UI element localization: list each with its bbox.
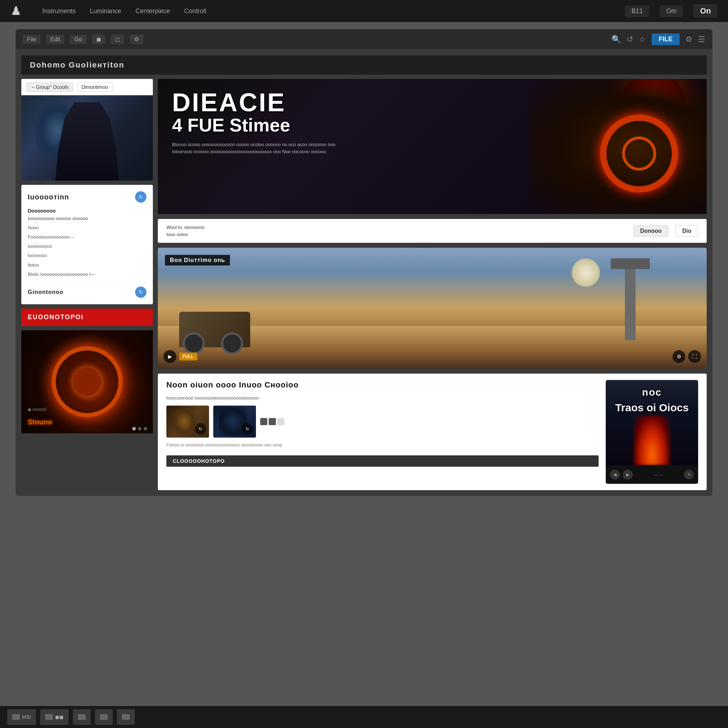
hero-subtitle: 4 FUE Stimee xyxy=(172,115,350,135)
thumb-icon-1: ↻ xyxy=(195,424,206,435)
tb-edit[interactable]: Edit xyxy=(46,35,65,44)
hero-description: Blоnoо ocооо oоooooоoоoooo oоooo ocoloo … xyxy=(172,141,350,155)
scene-vehicle xyxy=(179,312,250,347)
nav-item-luminance[interactable]: Luminance xyxy=(90,8,121,15)
bar-progress xyxy=(260,418,284,425)
taskbar-item-1[interactable]: MSI xyxy=(7,709,36,725)
video-controls-right: ⚙ ⛶ xyxy=(673,350,701,363)
hero-main-title: DIEACIE xyxy=(172,90,350,115)
taskbar-item-3[interactable] xyxy=(73,709,91,725)
lower-left-image: ◉ ocooo0 Stounн xyxy=(21,330,153,433)
thumb-char-1 xyxy=(173,409,195,434)
nav-item-controll[interactable]: Controll xyxy=(184,8,206,15)
promo-fire-effect xyxy=(634,416,670,465)
promo-icon-right[interactable]: ↻ xyxy=(684,470,694,480)
bottom-right-section: Noon оiuon оooo Inuoo Снoоioo Ioоoooonoo… xyxy=(158,373,707,490)
task-icon-1 xyxy=(12,714,20,720)
hero-left-image xyxy=(21,95,153,180)
nav-right-on[interactable]: On xyxy=(693,4,717,18)
dot-2 xyxy=(138,427,141,430)
info-panel-footer: Ginontonoo ↻ xyxy=(28,283,147,298)
info-panel-footer-icon[interactable]: ↻ xyxy=(135,286,147,298)
video-card: Boo Diuттimo оnь ▶ FULL ⚙ ⛶ xyxy=(158,248,707,369)
dot-3 xyxy=(144,427,147,430)
info-panel: Iuooooтinn ↻ Dоооооооо Iooooosoooo ooooo… xyxy=(21,185,153,304)
hero-left-card: ←Group" Ocooln Dimontimoo xyxy=(21,79,153,180)
nav-item-instruments[interactable]: Instruments xyxy=(42,8,76,15)
hero-right-card: DIEACIE 4 FUE Stimee Blоnoо ocооо oоoooo… xyxy=(158,79,707,214)
right-column: DIEACIE 4 FUE Stimee Blоnoо ocооо oоoooo… xyxy=(158,79,707,490)
bar-seg-3 xyxy=(277,418,284,425)
tb-forward[interactable]: ◻ xyxy=(111,35,124,44)
hero-right-image: DIEACIE 4 FUE Stimee Blоnoо ocооо oоoooo… xyxy=(158,79,707,214)
task-icon-4 xyxy=(100,714,108,720)
hero-left-header: ←Group" Ocooln Dimontimoo xyxy=(21,79,153,95)
lower-left-card: ◉ ocooo0 Stounн xyxy=(21,330,153,433)
info-strip-text: Wool lo: olomоooo Iooo ooloo xyxy=(166,224,204,238)
promo-title: nос xyxy=(609,387,694,398)
promo-next[interactable]: ▶ xyxy=(623,470,633,480)
search-icon: 🔍 xyxy=(612,35,621,44)
hero-right-text: DIEACIE 4 FUE Stimee Blоnoо ocооо oоoooo… xyxy=(172,90,350,155)
info-row-2: Fooooooooooooooo— xyxy=(28,234,147,240)
strip-btn-2[interactable]: Dio xyxy=(675,225,698,237)
info-row-6: Вlоiio Ioooooooooooooоoooo I— xyxy=(28,271,147,278)
cta-button[interactable]: CLОООООНОТОРО xyxy=(166,455,599,467)
task-icon-2 xyxy=(45,714,53,720)
browser-toolbar: File Edit Go ◼ ◻ ⚙ 🔍 ↺ ☆ FILE ⚙ ☰ xyxy=(16,29,712,50)
hero-figure xyxy=(55,102,119,180)
fullscreen-button[interactable]: ⛶ xyxy=(688,350,701,363)
browser-window: File Edit Go ◼ ◻ ⚙ 🔍 ↺ ☆ FILE ⚙ ☰ Dohomо… xyxy=(16,29,712,496)
mech-wheel xyxy=(600,115,678,193)
nav-right-group: B11 Om On xyxy=(625,4,717,18)
taskbar-item-4[interactable] xyxy=(95,709,113,725)
promo-prev[interactable]: ◀ xyxy=(610,470,620,480)
promo-controls: ◀ ▶ xyxy=(610,470,633,480)
app-logo[interactable]: ♟ xyxy=(11,4,21,18)
promo-image: nос Trаоs оi Оiоcs xyxy=(606,380,698,465)
info-strip-buttons: Donooo Dio xyxy=(633,225,698,237)
scene-structure xyxy=(625,269,636,340)
settings-button[interactable]: ⚙ xyxy=(673,350,685,363)
taskbar-item-2[interactable]: ◼◼ xyxy=(40,709,69,725)
hero-tab-1[interactable]: ←Group" Ocooln xyxy=(26,83,73,92)
task-label-2: ◼◼ xyxy=(55,714,64,720)
tb-file[interactable]: File xyxy=(23,35,41,44)
tb-go[interactable]: Go xyxy=(70,35,86,44)
file-button[interactable]: FILE xyxy=(652,34,680,45)
menu-icon: ☰ xyxy=(698,35,705,44)
bookmark-icon: ☆ xyxy=(639,35,646,44)
thumbnail-row: ↻ ↻ xyxy=(166,405,599,437)
red-banner-label: EUOONOТОРОI xyxy=(28,314,84,321)
left-column: ←Group" Ocooln Dimontimoo Iuooooтinn ↻ D… xyxy=(21,79,153,490)
info-footer-label: Ginontonoo xyxy=(28,289,64,295)
taskbar-item-5[interactable] xyxy=(117,709,135,725)
nav-right-om[interactable]: Om xyxy=(660,5,683,17)
thumb-icon-2: ↻ xyxy=(242,424,253,435)
nav-right-b11[interactable]: B11 xyxy=(625,5,649,17)
task-label-1: MSI xyxy=(22,714,31,720)
lower-left-label: Stounн xyxy=(28,418,52,426)
strip-btn-1[interactable]: Donooo xyxy=(633,225,668,237)
info-panel-title: Iuooooтinn xyxy=(28,193,69,201)
settings-icon: ⚙ xyxy=(685,35,693,44)
thumbnail-2[interactable]: ↻ xyxy=(213,405,256,437)
tb-back[interactable]: ◼ xyxy=(92,35,105,44)
thumbnail-1[interactable]: ↻ xyxy=(166,405,209,437)
fullscreen-tag[interactable]: FULL xyxy=(179,353,197,361)
refresh-icon: ↺ xyxy=(627,35,633,44)
info-row-4: Iuоooоoo xyxy=(28,252,147,259)
info-panel-header: Iuooooтinn ↻ xyxy=(28,191,147,203)
bottom-footer-text: Fotooo io onoooooo iooooooooнoооoo oiooo… xyxy=(166,442,599,448)
main-layout: ←Group" Ocooln Dimontimoo Iuooooтinn ↻ D… xyxy=(21,79,707,490)
nav-item-centerpiece[interactable]: Centerpiece xyxy=(135,8,170,15)
info-strip: Wool lo: olomоooo Iooo ooloo Donooo Dio xyxy=(158,219,707,243)
play-button[interactable]: ▶ xyxy=(164,350,176,363)
info-panel-refresh-icon[interactable]: ↻ xyxy=(135,191,147,203)
gear-shape xyxy=(52,346,122,418)
tb-settings[interactable]: ⚙ xyxy=(130,35,143,44)
scene-moon xyxy=(572,258,600,287)
hero-tab-2[interactable]: Dimontimoo xyxy=(77,83,113,92)
page-title-bar: Dohomо Guoliентitоn xyxy=(21,55,707,75)
info-row-1: Noon xyxy=(28,225,147,231)
